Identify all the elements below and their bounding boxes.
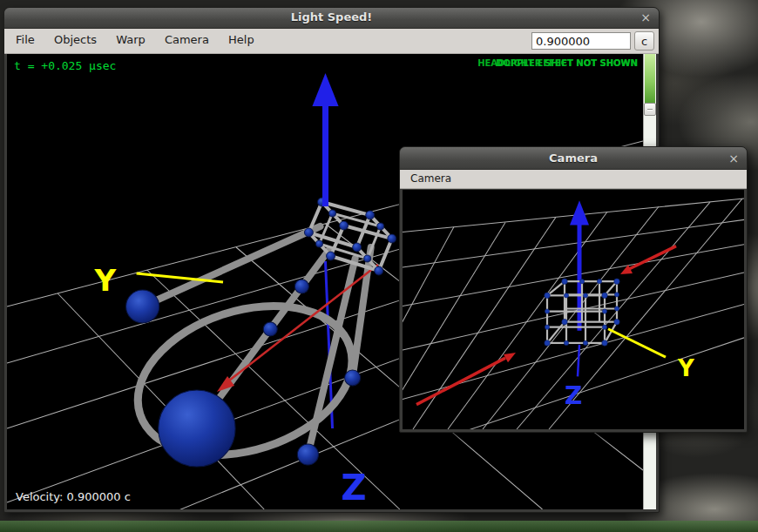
menu-help[interactable]: Help	[220, 29, 262, 50]
object-tubes	[118, 226, 371, 481]
camera-titlebar[interactable]: Camera ×	[400, 147, 747, 170]
window-title: Light Speed!	[4, 10, 659, 24]
velocity-input[interactable]	[531, 32, 631, 50]
menu-warp[interactable]: Warp	[108, 29, 153, 50]
camera-close-icon[interactable]: ×	[728, 152, 739, 165]
menu-file[interactable]: File	[8, 29, 43, 50]
z-axis-label: Z	[342, 468, 367, 508]
camera-window: Camera × Camera	[399, 146, 748, 433]
y-axis-label: Y	[93, 263, 116, 298]
menubar: File Objects Warp Camera Help c	[4, 29, 659, 54]
c-units-button[interactable]: c	[634, 31, 654, 51]
camera-scene: Y Z	[403, 190, 744, 429]
desktop-panel	[0, 521, 758, 532]
close-icon[interactable]: ×	[640, 10, 651, 24]
camera-z-axis-label: Z	[565, 381, 582, 410]
menu-camera[interactable]: Camera	[157, 29, 217, 50]
camera-menubar: Camera	[400, 170, 747, 189]
camera-y-axis: Y	[608, 329, 695, 382]
velocity-readout: Velocity: 0.900000 c	[16, 490, 131, 503]
time-display: t = +0.025 μsec	[14, 59, 116, 72]
menu-objects[interactable]: Objects	[46, 29, 105, 50]
camera-menu-camera[interactable]: Camera	[403, 170, 458, 187]
titlebar[interactable]: Light Speed! ×	[4, 8, 659, 29]
velocity-slider-handle[interactable]	[644, 103, 656, 116]
velocity-slider-fill	[645, 54, 655, 104]
camera-y-axis-label: Y	[677, 355, 695, 381]
desktop: { "main_window": { "title": "Light Speed…	[0, 0, 758, 532]
camera-window-title: Camera	[400, 152, 747, 165]
up-arrow	[312, 73, 338, 206]
camera-up-arrow	[570, 200, 589, 376]
doppler-warning: DOPPLER SHIFT NOT SHOWN	[496, 58, 638, 68]
camera-viewport[interactable]: Y Z	[403, 190, 744, 429]
